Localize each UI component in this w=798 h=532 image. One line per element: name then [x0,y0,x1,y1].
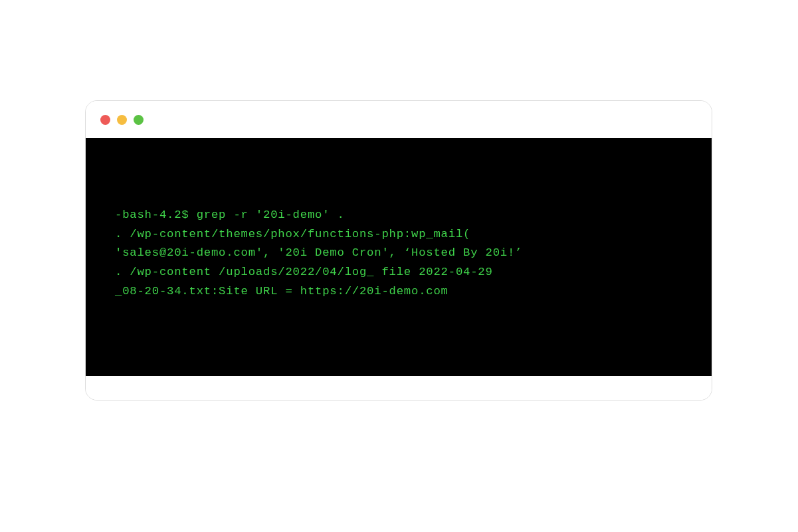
terminal-line: . /wp-content /uploads/2022/04/log_ file… [115,263,712,282]
traffic-lights [100,115,144,125]
window-titlebar [86,101,712,138]
close-icon[interactable] [100,115,110,125]
window-footer [86,376,712,400]
terminal-line: 'sales@20i-demo.com', '20i Demo Cron', ‘… [115,244,712,263]
terminal-line: _08-20-34.txt:Site URL = https://20i-dem… [115,282,712,302]
terminal-line: -bash-4.2$ grep -r '20i-demo' . [115,206,712,225]
zoom-icon[interactable] [134,115,144,125]
terminal-body[interactable]: -bash-4.2$ grep -r '20i-demo' .. /wp-con… [86,138,712,376]
terminal-line: . /wp-content/themes/phox/functions-php:… [115,225,712,244]
terminal-window: -bash-4.2$ grep -r '20i-demo' .. /wp-con… [85,100,712,400]
minimize-icon[interactable] [117,115,127,125]
